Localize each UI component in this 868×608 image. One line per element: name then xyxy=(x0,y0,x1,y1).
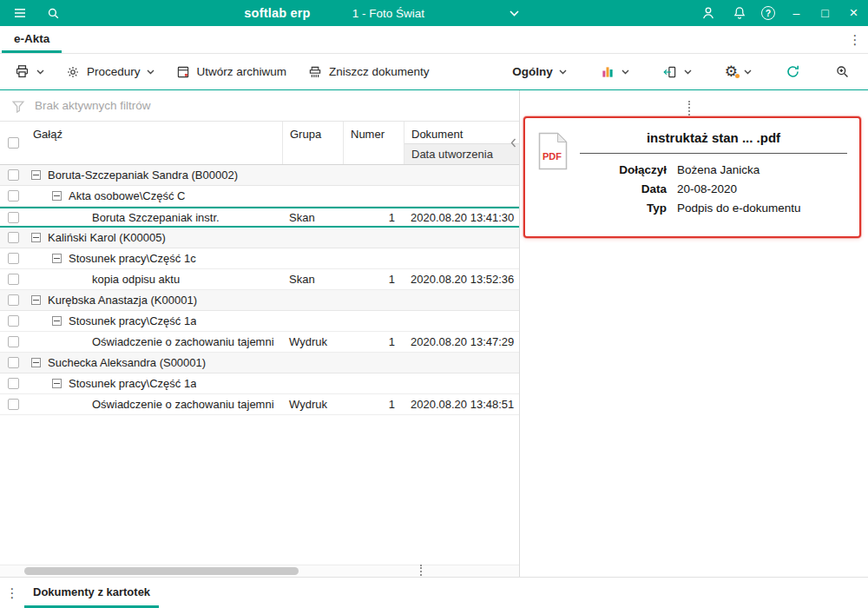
refresh-button[interactable] xyxy=(779,59,806,84)
attachment-card[interactable]: PDF instruktaż stan ... .pdf Dołączył Bo… xyxy=(523,116,861,238)
help-icon[interactable]: ? xyxy=(761,6,775,20)
window-minimize-button[interactable]: – xyxy=(782,0,811,26)
row-checkbox-cell xyxy=(0,253,26,264)
row-checkbox[interactable] xyxy=(8,294,19,306)
content-area: Brak aktywnych filtrów Gałąź Grupa Numer… xyxy=(0,90,868,577)
branch-cell: Oświadczenie o zachowaniu tajemni xyxy=(26,398,282,411)
row-checkbox[interactable] xyxy=(8,169,19,181)
tree-collapse-icon[interactable] xyxy=(31,170,41,180)
row-checkbox[interactable] xyxy=(8,315,19,327)
row-checkbox[interactable] xyxy=(8,378,19,389)
table-row[interactable]: Oświadczenie o zachowaniu tajemniWydruk1… xyxy=(0,332,519,353)
settings-button[interactable]: ⚙ xyxy=(720,60,757,83)
bottom-more-menu-icon[interactable]: ⋮ xyxy=(0,578,24,608)
procedures-button[interactable]: Procedury xyxy=(60,60,160,84)
procedures-label: Procedury xyxy=(87,65,141,78)
table-row[interactable]: kopia odpisu aktuSkan12020.08.20 13:52:3… xyxy=(0,269,519,290)
table-row[interactable]: Stosunek pracy\Część 1a xyxy=(0,311,519,332)
number-cell: 1 xyxy=(343,273,404,286)
gear-settings-icon: ⚙ xyxy=(725,64,738,79)
splitter-handle-icon[interactable] xyxy=(420,565,422,576)
row-checkbox[interactable] xyxy=(8,274,19,285)
branch-label: Kaliński Karol (K00005) xyxy=(48,231,166,244)
view-selector[interactable]: Ogólny xyxy=(507,61,572,83)
tree-collapse-icon[interactable] xyxy=(52,254,62,263)
branch-label: kopia odpisu aktu xyxy=(92,273,180,286)
created-cell: 2020.08.20 13:48:51 xyxy=(404,398,519,411)
column-header-document[interactable]: Dokument Data utworzenia xyxy=(404,122,519,164)
company-selector[interactable]: 1 - Foto Świat xyxy=(352,0,519,26)
row-checkbox[interactable] xyxy=(8,336,19,347)
create-archive-button[interactable]: Utwórz archiwum xyxy=(170,60,293,84)
row-checkbox[interactable] xyxy=(8,212,19,223)
column-header-branch[interactable]: Gałąź xyxy=(26,122,282,164)
bottom-tab-dokumenty-z-kartotek[interactable]: Dokumenty z kartotek xyxy=(24,578,159,608)
table-header: Gałąź Grupa Numer Dokument Data utworzen… xyxy=(0,122,519,165)
tree-collapse-icon[interactable] xyxy=(31,295,41,305)
tab-more-menu-icon[interactable]: ⋮ xyxy=(842,26,868,53)
detail-pane: PDF instruktaż stan ... .pdf Dołączył Bo… xyxy=(520,90,868,577)
notifications-bell-icon[interactable] xyxy=(730,0,749,26)
chevron-down-icon xyxy=(621,69,629,75)
search-icon[interactable] xyxy=(42,0,64,26)
table-row[interactable]: Suchecka Aleksandra (S00001) xyxy=(0,353,519,373)
search-records-button[interactable] xyxy=(829,59,856,84)
chevron-down-icon xyxy=(147,69,155,75)
export-button[interactable] xyxy=(657,60,697,84)
table-row[interactable]: Akta osobowe\Część C xyxy=(0,186,519,207)
table-row[interactable]: Boruta Szczepaniak instr.Skan12020.08.20… xyxy=(0,207,519,228)
tree-collapse-icon[interactable] xyxy=(31,233,41,242)
number-cell: 1 xyxy=(343,211,404,224)
row-checkbox[interactable] xyxy=(8,357,19,368)
app-title: softlab erp xyxy=(244,6,310,20)
row-checkbox-cell xyxy=(0,357,26,368)
branch-cell: Boruta Szczepaniak instr. xyxy=(26,211,282,224)
tree-collapse-icon[interactable] xyxy=(52,316,62,326)
user-icon[interactable] xyxy=(699,0,718,26)
row-checkbox[interactable] xyxy=(8,190,19,202)
shredder-icon xyxy=(307,64,323,80)
horizontal-scrollbar[interactable] xyxy=(0,565,519,577)
row-checkbox[interactable] xyxy=(8,253,19,264)
splitter-handle-icon[interactable] xyxy=(688,101,690,116)
filter-bar: Brak aktywnych filtrów xyxy=(0,90,519,122)
branch-cell: Akta osobowe\Część C xyxy=(26,189,282,202)
column-header-group[interactable]: Grupa xyxy=(282,122,343,164)
print-button[interactable] xyxy=(9,59,49,84)
top-bar: softlab erp 1 - Foto Świat ? – □ × xyxy=(0,0,868,26)
window-close-button[interactable]: × xyxy=(839,0,868,26)
select-all-checkbox[interactable] xyxy=(8,137,19,149)
branch-cell: Boruta-Szczepaniak Sandra (B00002) xyxy=(26,169,282,182)
collapse-panel-icon[interactable] xyxy=(510,138,516,148)
tree-collapse-icon[interactable] xyxy=(31,358,41,367)
field-label: Dołączył xyxy=(580,163,667,176)
menu-icon[interactable] xyxy=(9,0,31,26)
row-checkbox-cell xyxy=(0,212,26,223)
chevron-down-icon xyxy=(744,69,752,75)
pdf-file-icon: PDF xyxy=(537,132,569,226)
tab-e-akta[interactable]: e-Akta xyxy=(2,26,62,53)
gear-icon xyxy=(65,64,81,80)
table-row[interactable]: Stosunek pracy\Część 1c xyxy=(0,248,519,269)
table-row[interactable]: Kurębska Anastazja (K00001) xyxy=(0,290,519,311)
row-checkbox-cell xyxy=(0,315,26,327)
branch-cell: Stosunek pracy\Część 1a xyxy=(26,314,282,327)
branch-label: Akta osobowe\Część C xyxy=(69,189,185,202)
destroy-documents-button[interactable]: Zniszcz dokumenty xyxy=(302,60,435,84)
table-row[interactable]: Oświadczenie o zachowaniu tajemniWydruk1… xyxy=(0,394,519,415)
attachment-details: instruktaż stan ... .pdf Dołączył Bożena… xyxy=(580,129,847,226)
tree-collapse-icon[interactable] xyxy=(52,191,62,201)
table-row[interactable]: Kaliński Karol (K00005) xyxy=(0,228,519,248)
column-header-created[interactable]: Data utworzenia xyxy=(404,143,519,164)
window-maximize-button[interactable]: □ xyxy=(811,0,839,26)
branch-label: Oświadczenie o zachowaniu tajemni xyxy=(92,335,274,348)
table-row[interactable]: Boruta-Szczepaniak Sandra (B00002) xyxy=(0,165,519,186)
column-header-number[interactable]: Numer xyxy=(343,122,404,164)
scrollbar-thumb[interactable] xyxy=(24,567,299,575)
tree-collapse-icon[interactable] xyxy=(52,379,62,388)
group-cell: Skan xyxy=(282,273,343,286)
row-checkbox[interactable] xyxy=(8,399,19,410)
row-checkbox[interactable] xyxy=(8,232,19,243)
chart-view-button[interactable] xyxy=(595,60,635,84)
table-row[interactable]: Stosunek pracy\Część 1a xyxy=(0,373,519,394)
